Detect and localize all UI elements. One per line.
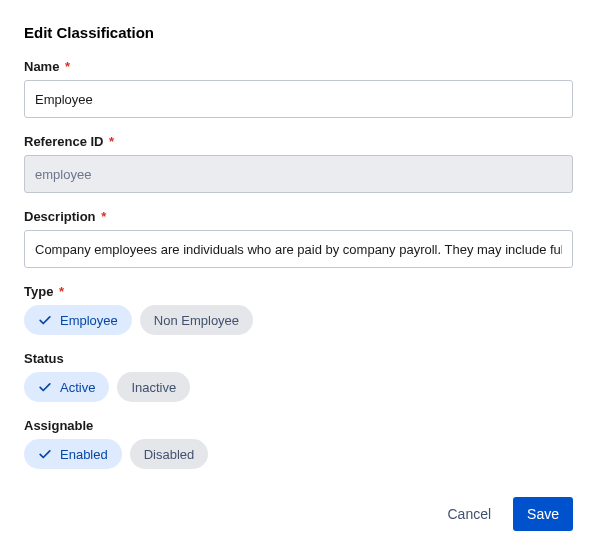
- required-asterisk: *: [101, 209, 106, 224]
- field-group-assignable: Assignable Enabled Disabled: [24, 418, 573, 469]
- assignable-chip-disabled-label: Disabled: [144, 447, 195, 462]
- name-label-text: Name: [24, 59, 59, 74]
- save-button[interactable]: Save: [513, 497, 573, 531]
- description-label-text: Description: [24, 209, 96, 224]
- required-asterisk: *: [59, 284, 64, 299]
- check-icon: [38, 313, 52, 327]
- field-group-status: Status Active Inactive: [24, 351, 573, 402]
- required-asterisk: *: [65, 59, 70, 74]
- type-label: Type *: [24, 284, 573, 299]
- assignable-label: Assignable: [24, 418, 573, 433]
- form-title: Edit Classification: [24, 24, 573, 41]
- status-label: Status: [24, 351, 573, 366]
- required-asterisk: *: [109, 134, 114, 149]
- description-label: Description *: [24, 209, 573, 224]
- assignable-chip-enabled[interactable]: Enabled: [24, 439, 122, 469]
- type-chip-non-employee[interactable]: Non Employee: [140, 305, 253, 335]
- status-chip-inactive[interactable]: Inactive: [117, 372, 190, 402]
- description-input[interactable]: [24, 230, 573, 268]
- field-group-type: Type * Employee Non Employee: [24, 284, 573, 335]
- assignable-chip-disabled[interactable]: Disabled: [130, 439, 209, 469]
- name-label: Name *: [24, 59, 573, 74]
- status-chip-inactive-label: Inactive: [131, 380, 176, 395]
- name-input[interactable]: [24, 80, 573, 118]
- assignable-chip-enabled-label: Enabled: [60, 447, 108, 462]
- assignable-chip-row: Enabled Disabled: [24, 439, 573, 469]
- reference-id-input: [24, 155, 573, 193]
- button-row: Cancel Save: [24, 497, 573, 531]
- type-chip-non-employee-label: Non Employee: [154, 313, 239, 328]
- type-label-text: Type: [24, 284, 53, 299]
- status-chip-active-label: Active: [60, 380, 95, 395]
- status-label-text: Status: [24, 351, 64, 366]
- check-icon: [38, 380, 52, 394]
- status-chip-active[interactable]: Active: [24, 372, 109, 402]
- reference-id-label-text: Reference ID: [24, 134, 103, 149]
- type-chip-employee-label: Employee: [60, 313, 118, 328]
- type-chip-employee[interactable]: Employee: [24, 305, 132, 335]
- cancel-button[interactable]: Cancel: [433, 497, 505, 531]
- edit-classification-form: Edit Classification Name * Reference ID …: [24, 24, 573, 531]
- check-icon: [38, 447, 52, 461]
- field-group-name: Name *: [24, 59, 573, 118]
- reference-id-label: Reference ID *: [24, 134, 573, 149]
- field-group-reference-id: Reference ID *: [24, 134, 573, 193]
- type-chip-row: Employee Non Employee: [24, 305, 573, 335]
- field-group-description: Description *: [24, 209, 573, 268]
- status-chip-row: Active Inactive: [24, 372, 573, 402]
- assignable-label-text: Assignable: [24, 418, 93, 433]
